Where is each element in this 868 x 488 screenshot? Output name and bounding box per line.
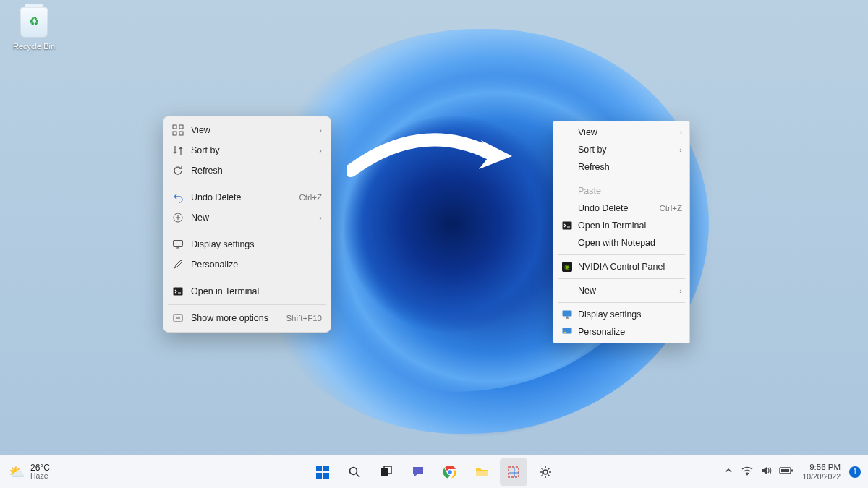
desktop[interactable]: Recycle Bin View › Sort by › Refresh	[0, 0, 868, 488]
svg-rect-28	[781, 469, 789, 472]
plus-circle-icon	[171, 212, 185, 223]
snip-button[interactable]	[500, 458, 527, 486]
weather-icon: ⛅	[9, 464, 25, 480]
menu-sortby[interactable]: Sort by ›	[163, 140, 331, 160]
menu-display[interactable]: Display settings	[163, 234, 331, 254]
cmenu-new[interactable]: New›	[553, 282, 689, 299]
monitor-icon	[559, 309, 575, 320]
menu-undo-label: Undo Delete	[191, 192, 299, 202]
nvidia-icon: ◉	[559, 262, 575, 272]
wifi-icon	[741, 466, 753, 478]
personalize-icon	[559, 326, 575, 338]
cmenu-new-label: New	[578, 286, 675, 296]
recycle-bin-icon[interactable]: Recycle Bin	[9, 7, 59, 52]
taskview-button[interactable]	[373, 458, 400, 486]
svg-rect-13	[316, 466, 322, 471]
svg-rect-0	[173, 125, 176, 129]
recycle-bin-label: Recycle Bin	[13, 42, 55, 51]
menu-separator	[558, 179, 685, 179]
cmenu-personalize-label: Personalize	[578, 327, 682, 337]
menu-undo[interactable]: Undo Delete Ctrl+Z	[163, 187, 331, 207]
menu-refresh-label: Refresh	[191, 166, 322, 176]
cmenu-paste: Paste	[553, 182, 689, 200]
menu-separator	[558, 278, 685, 279]
search-button[interactable]	[341, 458, 368, 486]
chat-button[interactable]	[404, 458, 432, 486]
taskbar: ⛅ 26°C Haze	[0, 455, 868, 488]
tray-chevron-icon[interactable]	[724, 466, 733, 477]
menu-view-label: View	[191, 125, 315, 135]
chevron-right-icon: ›	[319, 213, 322, 222]
settings-button[interactable]	[532, 458, 559, 486]
menu-separator	[558, 302, 685, 303]
menu-terminal-label: Open in Terminal	[191, 286, 322, 296]
cmenu-display[interactable]: Display settings	[553, 306, 689, 323]
grid-icon	[171, 124, 185, 136]
chrome-button[interactable]	[436, 458, 464, 486]
taskbar-clock[interactable]: 9:56 PM 10/20/2022	[802, 463, 841, 481]
weather-condition: Haze	[30, 472, 50, 480]
cmenu-nvidia[interactable]: ◉NVIDIA Control Panel	[553, 258, 689, 275]
clock-date: 10/20/2022	[802, 472, 841, 481]
more-icon	[171, 312, 185, 324]
menu-undo-kbd: Ctrl+Z	[299, 193, 322, 202]
menu-more-label: Show more options	[191, 313, 286, 323]
chevron-right-icon: ›	[679, 286, 682, 295]
svg-point-11	[564, 332, 566, 334]
svg-point-17	[350, 467, 357, 474]
notification-badge[interactable]: 1	[849, 466, 861, 478]
chevron-right-icon: ›	[679, 145, 682, 154]
svg-rect-1	[179, 125, 183, 129]
menu-separator	[168, 231, 326, 231]
svg-rect-9	[563, 311, 572, 317]
menu-new[interactable]: New ›	[163, 207, 331, 228]
menu-view[interactable]: View ›	[163, 120, 331, 140]
clock-time: 9:56 PM	[802, 463, 841, 472]
svg-point-26	[746, 474, 748, 476]
battery-icon	[779, 466, 793, 477]
tray-network-audio-battery[interactable]	[741, 466, 793, 478]
system-tray: 9:56 PM 10/20/2022 1	[724, 463, 861, 481]
sort-icon	[171, 145, 185, 156]
cmenu-terminal[interactable]: Open in Terminal	[553, 217, 689, 234]
cmenu-refresh-label: Refresh	[578, 162, 682, 172]
weather-widget[interactable]: ⛅ 26°C Haze	[9, 463, 50, 480]
menu-personalize[interactable]: Personalize	[163, 254, 331, 275]
svg-rect-18	[381, 468, 388, 476]
context-menu-classic: View› Sort by› Refresh Paste Undo Delete…	[553, 121, 690, 343]
cmenu-view[interactable]: View›	[553, 124, 689, 141]
svg-rect-8	[563, 222, 572, 230]
menu-sortby-label: Sort by	[191, 145, 315, 155]
cmenu-nvidia-label: NVIDIA Control Panel	[578, 262, 682, 272]
explorer-button[interactable]	[468, 458, 495, 486]
svg-rect-10	[563, 328, 572, 334]
menu-separator	[168, 184, 326, 184]
menu-terminal[interactable]: Open in Terminal	[163, 281, 331, 301]
cmenu-undo[interactable]: Undo DeleteCtrl+Z	[553, 200, 689, 217]
chevron-right-icon: ›	[319, 126, 322, 134]
cmenu-personalize[interactable]: Personalize	[553, 323, 689, 341]
cmenu-sortby[interactable]: Sort by›	[553, 141, 689, 158]
notif-count: 1	[853, 468, 857, 476]
cmenu-refresh[interactable]: Refresh	[553, 158, 689, 176]
cmenu-notepad[interactable]: Open with Notepad	[553, 234, 689, 252]
cmenu-undo-kbd: Ctrl+Z	[659, 204, 682, 213]
context-menu-win11: View › Sort by › Refresh Undo Delete Ctr…	[163, 116, 331, 333]
svg-rect-29	[791, 470, 793, 472]
svg-rect-6	[174, 288, 183, 296]
refresh-icon	[171, 165, 185, 176]
svg-rect-2	[173, 132, 176, 135]
chevron-right-icon: ›	[679, 128, 682, 137]
svg-rect-15	[316, 473, 322, 479]
menu-more-kbd: Shift+F10	[286, 314, 322, 322]
svg-point-25	[543, 470, 548, 474]
menu-separator	[558, 254, 685, 255]
cmenu-display-label: Display settings	[578, 309, 682, 320]
menu-separator	[168, 278, 326, 278]
start-button[interactable]	[309, 458, 336, 486]
menu-more-options[interactable]: Show more options Shift+F10	[163, 308, 331, 328]
cmenu-sortby-label: Sort by	[578, 145, 675, 155]
taskbar-center	[309, 458, 559, 486]
cmenu-notepad-label: Open with Notepad	[578, 238, 682, 248]
menu-refresh[interactable]: Refresh	[163, 160, 331, 181]
